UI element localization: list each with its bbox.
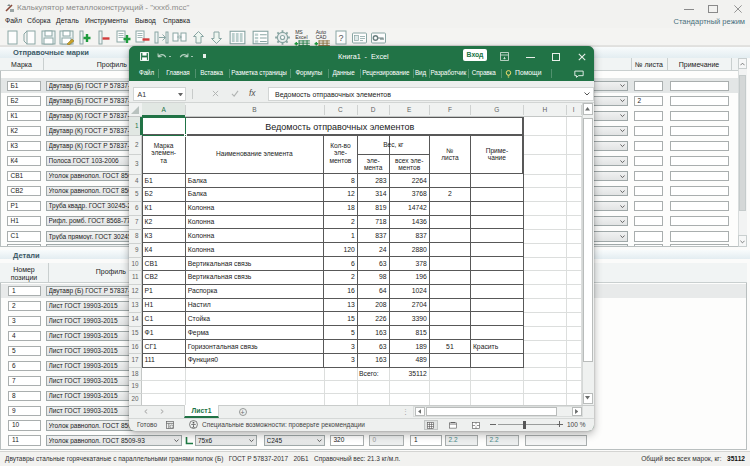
svg-text:Excel: Excel: [295, 34, 307, 40]
svg-text:CAD: CAD: [316, 34, 327, 40]
svg-text:?: ?: [339, 33, 344, 43]
